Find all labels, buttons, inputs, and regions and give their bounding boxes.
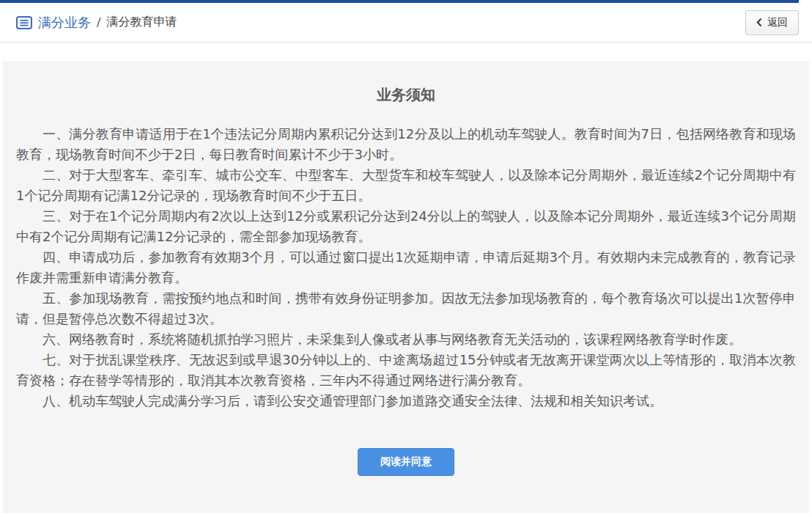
breadcrumb-current-page: 满分教育申请 xyxy=(106,15,177,30)
breadcrumb-root-link[interactable]: 满分业务 xyxy=(38,14,91,32)
notice-panel: 业务须知 一、满分教育申请适用于在1个违法记分周期内累积记分达到12分及以上的机… xyxy=(3,61,809,513)
chevron-left-icon xyxy=(756,18,762,27)
page-header: 满分业务 / 满分教育申请 返回 xyxy=(0,3,812,43)
breadcrumb: 满分业务 / 满分教育申请 xyxy=(16,14,177,32)
list-icon xyxy=(16,16,32,29)
notice-body: 一、满分教育申请适用于在1个违法记分周期内累积记分达到12分及以上的机动车驾驶人… xyxy=(3,124,809,411)
notice-item-3: 三、对于在1个记分周期内有2次以上达到12分或累积记分达到24分以上的驾驶人，以… xyxy=(16,206,796,247)
notice-item-7: 七、对于扰乱课堂秩序、无故迟到或早退30分钟以上的、中途离场超过15分钟或者无故… xyxy=(16,350,796,391)
notice-item-8: 八、机动车驾驶人完成满分学习后，请到公安交通管理部门参加道路交通安全法律、法规和… xyxy=(16,391,796,411)
notice-item-1: 一、满分教育申请适用于在1个违法记分周期内累积记分达到12分及以上的机动车驾驶人… xyxy=(16,124,796,165)
notice-item-2: 二、对于大型客车、牵引车、城市公交车、中型客车、大型货车和校车驾驶人，以及除本记… xyxy=(16,165,796,206)
agree-button[interactable]: 阅读并同意 xyxy=(358,448,454,476)
back-button[interactable]: 返回 xyxy=(745,10,799,35)
notice-title: 业务须知 xyxy=(3,85,809,105)
breadcrumb-separator: / xyxy=(97,15,100,29)
agree-button-row: 阅读并同意 xyxy=(3,448,809,476)
back-button-label: 返回 xyxy=(767,16,788,29)
notice-item-5: 五、参加现场教育，需按预约地点和时间，携带有效身份证明参加。因故无法参加现场教育… xyxy=(16,288,796,329)
notice-item-4: 四、申请成功后，参加教育有效期3个月，可以通过窗口提出1次延期申请，申请后延期3… xyxy=(16,247,796,288)
notice-item-6: 六、网络教育时，系统将随机抓拍学习照片，未采集到人像或者从事与网络教育无关活动的… xyxy=(16,329,796,350)
